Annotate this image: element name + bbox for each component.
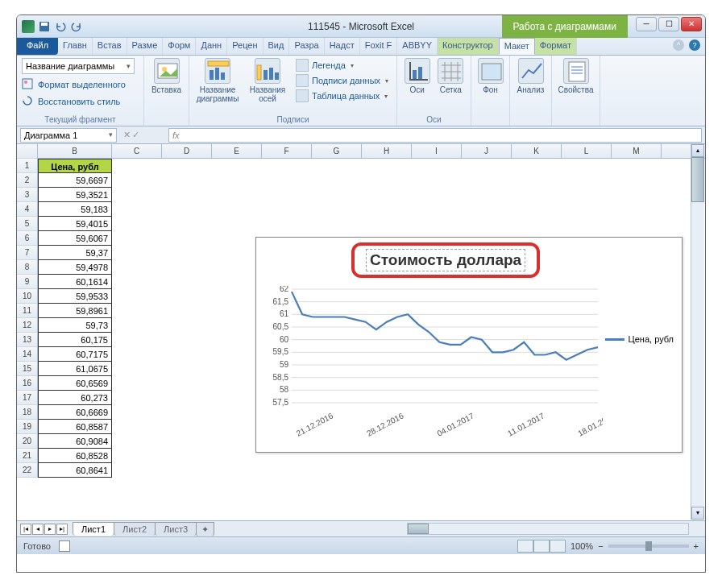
close-button[interactable]: ✕ [681,17,702,31]
tab-home[interactable]: Главн [58,38,93,55]
undo-icon[interactable] [54,20,67,33]
zoom-slider[interactable] [608,545,689,548]
tab-chart-format[interactable]: Формат [535,38,577,55]
col-header-J[interactable]: J [462,144,512,158]
sheet-first-icon[interactable]: |◂ [20,524,31,535]
chart-title-button[interactable]: Название диаграммы [194,58,241,103]
save-icon[interactable] [38,20,51,33]
svg-text:21.12.2016: 21.12.2016 [295,411,335,437]
redo-icon[interactable] [70,20,83,33]
data-labels-button[interactable]: Подписи данных [294,73,390,88]
window-title: 111545 - Microsoft Excel [308,21,414,32]
tab-layout[interactable]: Разме [127,38,164,55]
tab-insert[interactable]: Встав [93,38,127,55]
legend-icon [296,59,309,72]
sheet-next-icon[interactable]: ▸ [44,524,56,535]
zoom-in-button[interactable]: + [694,541,699,551]
col-header-H[interactable]: H [362,144,412,158]
col-header-C[interactable]: C [112,144,162,158]
tab-formulas[interactable]: Форм [163,38,196,55]
svg-text:60: 60 [280,335,289,344]
scroll-down-icon[interactable]: ▾ [691,507,704,520]
reset-style-button[interactable]: Восстановить стиль [22,95,120,108]
page-layout-view-button[interactable] [533,540,550,553]
new-sheet-button[interactable]: ✦ [196,522,214,536]
chart-tools-contextual-label: Работа с диаграммами [502,15,629,38]
svg-text:59: 59 [280,360,289,369]
axis-titles-button[interactable]: Названия осей [244,58,291,103]
col-header-K[interactable]: K [512,144,562,158]
chart-plot-area[interactable]: 57,55858,55959,56060,56161,56221.12.2016… [264,286,603,443]
sheet-tab-1[interactable]: Лист1 [73,522,114,536]
horizontal-scrollbar[interactable] [407,523,689,535]
ribbon: Название диаграммы Формат выделенного Во… [17,56,705,126]
col-header-L[interactable]: L [562,144,612,158]
tab-abbyy[interactable]: ABBYY [397,38,438,55]
legend-button[interactable]: Легенда [294,58,390,72]
tab-review[interactable]: Рецен [227,38,263,55]
cancel-icon[interactable]: ✕ [123,130,131,140]
axes-icon [405,58,430,84]
axes-button[interactable]: Оси [402,58,433,94]
tab-addins[interactable]: Надст [325,38,360,55]
title-bar: 111545 - Microsoft Excel Работа с диагра… [17,15,705,38]
format-selection-button[interactable]: Формат выделенного [22,78,126,91]
scroll-up-icon[interactable]: ▴ [691,144,704,157]
tab-developer[interactable]: Разра [289,38,324,55]
svg-rect-1 [41,23,48,26]
properties-button[interactable]: Свойства [557,58,595,94]
tab-chart-design[interactable]: Конструктор [438,38,499,55]
sheet-prev-icon[interactable]: ◂ [32,524,44,535]
minimize-ribbon-icon[interactable]: ^ [673,39,684,51]
col-header-G[interactable]: G [312,144,362,158]
svg-text:58: 58 [280,385,289,394]
normal-view-button[interactable] [517,540,533,553]
svg-rect-8 [215,68,219,80]
svg-rect-17 [569,62,585,81]
name-box[interactable]: Диаграмма 1 [20,128,117,143]
format-icon [22,78,35,91]
tab-foxit[interactable]: Foxit F [360,38,398,55]
enter-icon[interactable]: ✓ [132,130,139,140]
sheet-tab-2[interactable]: Лист2 [114,522,156,536]
minimize-button[interactable]: ─ [636,17,657,31]
macro-record-icon[interactable] [59,540,70,552]
chart-legend[interactable]: Цена, рубл [605,334,674,344]
col-header-D[interactable]: D [162,144,212,158]
tab-view[interactable]: Вид [263,38,290,55]
col-header-I[interactable]: I [412,144,462,158]
zoom-level[interactable]: 100% [571,541,593,551]
svg-rect-14 [413,70,417,79]
col-header-B[interactable]: B [38,144,112,158]
chart-title[interactable]: Стоимость доллара [366,249,525,271]
chart-element-combo[interactable]: Название диаграммы [22,58,135,74]
insert-button[interactable]: Вставка [149,58,184,94]
zoom-out-button[interactable]: − [598,541,603,551]
svg-text:59,5: 59,5 [273,347,289,356]
file-tab[interactable]: Файл [17,38,58,55]
sheet-tab-3[interactable]: Лист3 [155,522,197,536]
svg-text:60,5: 60,5 [273,322,289,331]
formula-input[interactable]: fx [168,128,702,143]
sheet-last-icon[interactable]: ▸| [56,524,68,535]
select-all-corner[interactable] [17,144,38,159]
column-headers: B C D E F G H I J K L M [17,144,705,159]
grid-button[interactable]: Сетка [436,58,467,94]
maximize-button[interactable]: ☐ [658,17,679,31]
data-table-button[interactable]: Таблица данных [294,89,390,103]
page-break-view-button[interactable] [550,540,566,553]
col-header-E[interactable]: E [212,144,262,158]
analysis-button[interactable]: Анализ [515,58,546,94]
svg-rect-9 [221,72,225,80]
help-icon[interactable]: ? [689,39,700,51]
fx-icon: fx [172,130,180,140]
col-header-F[interactable]: F [262,144,312,158]
tab-chart-layout[interactable]: Макет [499,38,535,55]
embedded-chart[interactable]: Стоимость доллара 57,55858,55959,56060,5… [255,237,683,453]
data-table-icon [296,89,309,102]
background-button[interactable]: Фон [476,58,504,94]
worksheet-grid[interactable]: B C D E F G H I J K L M 1Цена, рубл259,6… [17,144,705,520]
col-header-M[interactable]: M [612,144,662,158]
vertical-scrollbar[interactable]: ▴ ▾ [691,144,704,520]
tab-data[interactable]: Данн [196,38,227,55]
